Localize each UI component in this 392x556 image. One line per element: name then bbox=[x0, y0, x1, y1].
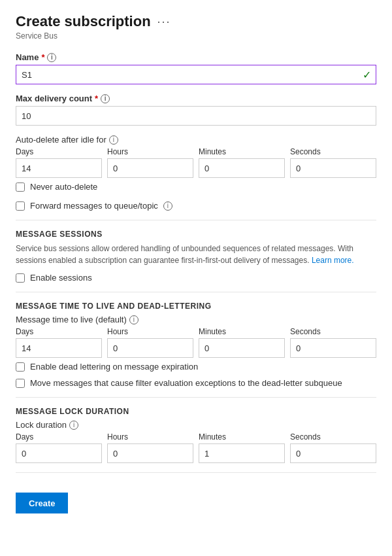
auto-delete-minutes: Minutes bbox=[199, 147, 285, 178]
lock-minutes-label: Minutes bbox=[199, 432, 285, 442]
dead-letter-expiration-label[interactable]: Enable dead lettering on message expirat… bbox=[30, 362, 198, 372]
message-sessions-section: MESSAGE SESSIONS Service bus sessions al… bbox=[16, 230, 376, 283]
dead-letter-expiration-row: Enable dead lettering on message expirat… bbox=[16, 362, 376, 372]
lock-hours-label: Hours bbox=[107, 432, 193, 442]
auto-delete-info-icon[interactable]: i bbox=[109, 135, 118, 145]
lock-minutes-input[interactable] bbox=[199, 443, 285, 463]
max-delivery-info-icon[interactable]: i bbox=[101, 94, 110, 103]
name-input-wrapper: ✓ bbox=[16, 65, 376, 84]
lock-duration-inputs: Days Hours Minutes Seconds bbox=[16, 432, 376, 463]
auto-delete-seconds-input[interactable] bbox=[290, 158, 376, 178]
enable-sessions-row: Enable sessions bbox=[16, 273, 376, 283]
message-ttl-heading: MESSAGE TIME TO LIVE AND DEAD-LETTERING bbox=[16, 302, 376, 311]
name-label: Name * i bbox=[16, 52, 376, 62]
lock-duration-info-icon[interactable]: i bbox=[69, 421, 78, 430]
ttl-days-input[interactable] bbox=[16, 338, 102, 358]
lock-days-label: Days bbox=[16, 432, 102, 442]
message-ttl-section: MESSAGE TIME TO LIVE AND DEAD-LETTERING … bbox=[16, 302, 376, 388]
dead-letter-filter-row: Move messages that cause filter evaluati… bbox=[16, 378, 376, 388]
name-valid-icon: ✓ bbox=[363, 69, 371, 81]
name-input[interactable] bbox=[16, 65, 376, 84]
ttl-days-label: Days bbox=[16, 327, 102, 336]
auto-delete-field-group: Auto-delete after idle for i Days Hours … bbox=[16, 135, 376, 192]
message-ttl-label-row: Message time to live (default) i bbox=[16, 315, 376, 324]
auto-delete-minutes-input[interactable] bbox=[199, 158, 285, 178]
forward-messages-row: Forward messages to queue/topic i bbox=[16, 201, 376, 211]
lock-hours-input[interactable] bbox=[107, 443, 193, 463]
enable-sessions-label[interactable]: Enable sessions bbox=[30, 273, 92, 283]
auto-delete-hours-input[interactable] bbox=[107, 158, 193, 178]
message-sessions-learn-more-link[interactable]: Learn more. bbox=[312, 256, 354, 265]
auto-delete-label-row: Auto-delete after idle for i bbox=[16, 135, 376, 145]
ttl-seconds-label: Seconds bbox=[290, 327, 376, 336]
auto-delete-minutes-label: Minutes bbox=[199, 147, 285, 156]
ttl-minutes-label: Minutes bbox=[199, 327, 285, 336]
name-field-group: Name * i ✓ bbox=[16, 52, 376, 84]
lock-seconds: Seconds bbox=[290, 432, 376, 463]
lock-duration-heading: MESSAGE LOCK DURATION bbox=[16, 407, 376, 416]
never-auto-delete-row: Never auto-delete bbox=[16, 182, 376, 192]
create-button[interactable]: Create bbox=[16, 493, 68, 513]
enable-sessions-checkbox[interactable] bbox=[16, 273, 25, 283]
forward-messages-info-icon[interactable]: i bbox=[163, 201, 172, 211]
never-auto-delete-label[interactable]: Never auto-delete bbox=[30, 182, 97, 192]
auto-delete-hours-label: Hours bbox=[107, 147, 193, 156]
dead-letter-filter-label[interactable]: Move messages that cause filter evaluati… bbox=[30, 378, 342, 388]
auto-delete-seconds: Seconds bbox=[290, 147, 376, 178]
ellipsis-menu-icon[interactable]: ··· bbox=[157, 15, 171, 29]
auto-delete-hours: Hours bbox=[107, 147, 193, 178]
ttl-seconds-input[interactable] bbox=[290, 338, 376, 358]
message-sessions-description: Service bus sessions allow ordered handl… bbox=[16, 243, 376, 266]
max-delivery-label: Max delivery count * i bbox=[16, 94, 376, 103]
auto-delete-seconds-label: Seconds bbox=[290, 147, 376, 156]
lock-days: Days bbox=[16, 432, 102, 463]
ttl-hours-input[interactable] bbox=[107, 338, 193, 358]
message-sessions-heading: MESSAGE SESSIONS bbox=[16, 230, 376, 239]
page-title: Create subscription bbox=[16, 13, 151, 30]
dead-letter-expiration-checkbox[interactable] bbox=[16, 362, 25, 372]
message-ttl-info-icon[interactable]: i bbox=[129, 315, 139, 324]
lock-seconds-label: Seconds bbox=[290, 432, 376, 442]
dead-letter-filter-checkbox[interactable] bbox=[16, 379, 25, 388]
lock-hours: Hours bbox=[107, 432, 193, 463]
lock-days-input[interactable] bbox=[16, 443, 102, 463]
auto-delete-days-input[interactable] bbox=[16, 158, 102, 178]
forward-messages-label[interactable]: Forward messages to queue/topic bbox=[30, 201, 158, 211]
ttl-seconds: Seconds bbox=[290, 327, 376, 358]
ttl-minutes: Minutes bbox=[199, 327, 285, 358]
lock-minutes: Minutes bbox=[199, 432, 285, 463]
page-subtitle: Service Bus bbox=[16, 31, 376, 41]
lock-duration-label-row: Lock duration i bbox=[16, 420, 376, 430]
name-info-icon[interactable]: i bbox=[47, 53, 56, 62]
max-delivery-required-indicator: * bbox=[95, 94, 98, 103]
max-delivery-input[interactable] bbox=[16, 106, 376, 126]
ttl-days: Days bbox=[16, 327, 102, 358]
message-ttl-inputs: Days Hours Minutes Seconds bbox=[16, 327, 376, 358]
never-auto-delete-checkbox[interactable] bbox=[16, 182, 25, 192]
ttl-minutes-input[interactable] bbox=[199, 338, 285, 358]
lock-seconds-input[interactable] bbox=[290, 443, 376, 463]
auto-delete-days-label: Days bbox=[16, 147, 102, 156]
auto-delete-inputs: Days Hours Minutes Seconds bbox=[16, 147, 376, 178]
ttl-hours-label: Hours bbox=[107, 327, 193, 336]
ttl-hours: Hours bbox=[107, 327, 193, 358]
lock-duration-section: MESSAGE LOCK DURATION Lock duration i Da… bbox=[16, 407, 376, 463]
forward-messages-checkbox[interactable] bbox=[16, 201, 25, 211]
name-required-indicator: * bbox=[41, 52, 44, 62]
max-delivery-field-group: Max delivery count * i bbox=[16, 94, 376, 126]
auto-delete-days: Days bbox=[16, 147, 102, 178]
